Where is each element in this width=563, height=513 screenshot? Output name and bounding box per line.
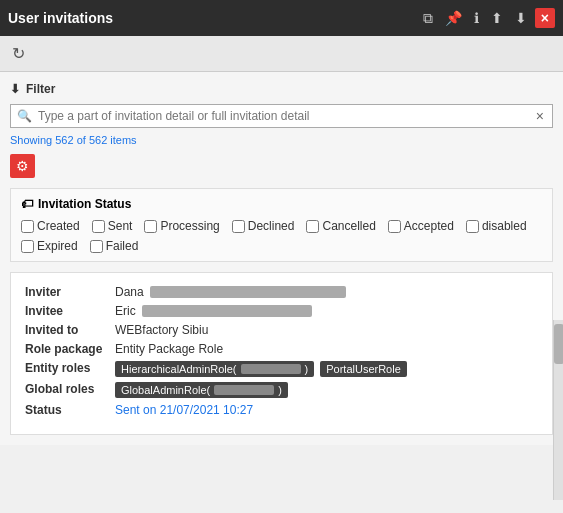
title-bar: User invitations ⧉ 📌 ℹ ⬆ ⬇ ×	[0, 0, 563, 36]
page-title: User invitations	[8, 10, 113, 26]
global-role-badge-1: GlobalAdminRole()	[115, 382, 288, 398]
entity-roles-label: Entity roles	[25, 361, 115, 375]
invited-to-row: Invited to WEBfactory Sibiu	[25, 323, 538, 337]
invitee-email-blurred: xxxxxx.xxxx.xxxxxxxx@gmail.com	[142, 305, 312, 317]
invitee-label: Invitee	[25, 304, 115, 318]
invitation-card: Inviter Dana dana.marina.ionescu@webfact…	[10, 272, 553, 435]
status-created[interactable]: Created	[21, 219, 80, 233]
main-content: ⬇ Filter 🔍 × Showing 562 of 562 items ⚙ …	[0, 72, 563, 445]
status-failed-checkbox[interactable]	[90, 240, 103, 253]
scroll-bar[interactable]	[553, 320, 563, 500]
filter-header: ⬇ Filter	[10, 82, 553, 96]
entity-role-badge-2: PortalUserRole	[320, 361, 407, 377]
filter-icon: ⬇	[10, 82, 20, 96]
clear-search-button[interactable]: ×	[534, 108, 546, 124]
showing-label: Showing 562 of 562 items	[10, 134, 553, 146]
status-processing[interactable]: Processing	[144, 219, 219, 233]
status-failed[interactable]: Failed	[90, 239, 139, 253]
invitee-row: Invitee Eric xxxxxx.xxxx.xxxxxxxx@gmail.…	[25, 304, 538, 318]
inviter-label: Inviter	[25, 285, 115, 299]
inviter-row: Inviter Dana dana.marina.ionescu@webfact…	[25, 285, 538, 299]
title-bar-icons: ⧉ 📌 ℹ ⬆ ⬇ ×	[419, 8, 555, 29]
search-input[interactable]	[38, 109, 534, 123]
global-roles-row: Global roles GlobalAdminRole()	[25, 382, 538, 398]
inviter-value: Dana dana.marina.ionescu@webfactory.ai.d…	[115, 285, 538, 299]
status-declined[interactable]: Declined	[232, 219, 295, 233]
invitation-status-title: 🏷 Invitation Status	[21, 197, 542, 211]
invitation-status-section: 🏷 Invitation Status Created Sent Process…	[10, 188, 553, 262]
gear-settings-button[interactable]: ⚙	[10, 154, 35, 178]
entity-role-blurred-1	[241, 364, 301, 374]
global-roles-label: Global roles	[25, 382, 115, 396]
import-icon[interactable]: ⬇	[511, 8, 531, 28]
search-icon: 🔍	[17, 109, 32, 123]
scroll-thumb[interactable]	[554, 324, 563, 364]
status-value: Sent on 21/07/2021 10:27	[115, 403, 538, 417]
status-sent-checkbox[interactable]	[92, 220, 105, 233]
export-icon[interactable]: ⬆	[487, 8, 507, 28]
global-role-blurred-1	[214, 385, 274, 395]
invitee-name: Eric	[115, 304, 136, 318]
status-checkbox-group: Created Sent Processing Declined Cancell…	[21, 219, 542, 253]
role-package-row: Role package Entity Package Role	[25, 342, 538, 356]
status-declined-checkbox[interactable]	[232, 220, 245, 233]
pin-icon[interactable]: 📌	[441, 8, 466, 28]
status-created-checkbox[interactable]	[21, 220, 34, 233]
external-link-icon[interactable]: ⧉	[419, 8, 437, 29]
status-accepted-checkbox[interactable]	[388, 220, 401, 233]
inviter-name: Dana	[115, 285, 144, 299]
title-bar-left: User invitations	[8, 10, 113, 26]
role-package-label: Role package	[25, 342, 115, 356]
invitation-status-label: Invitation Status	[38, 197, 131, 211]
status-link[interactable]: Sent on 21/07/2021 10:27	[115, 403, 253, 417]
status-sent[interactable]: Sent	[92, 219, 133, 233]
status-processing-checkbox[interactable]	[144, 220, 157, 233]
inviter-email-blurred: dana.marina.ionescu@webfactory.ai.de	[150, 286, 347, 298]
global-roles-value: GlobalAdminRole()	[115, 382, 538, 398]
filter-label: Filter	[26, 82, 55, 96]
status-cancelled-checkbox[interactable]	[306, 220, 319, 233]
invited-to-label: Invited to	[25, 323, 115, 337]
close-button[interactable]: ×	[535, 8, 555, 28]
entity-roles-value: HierarchicalAdminRole() PortalUserRole	[115, 361, 538, 377]
info-icon[interactable]: ℹ	[470, 8, 483, 28]
entity-role-badge-1: HierarchicalAdminRole()	[115, 361, 314, 377]
status-disabled[interactable]: disabled	[466, 219, 527, 233]
status-disabled-checkbox[interactable]	[466, 220, 479, 233]
status-expired-checkbox[interactable]	[21, 240, 34, 253]
invited-to-value: WEBfactory Sibiu	[115, 323, 538, 337]
tag-icon: 🏷	[21, 197, 33, 211]
role-package-value: Entity Package Role	[115, 342, 538, 356]
search-row: 🔍 ×	[10, 104, 553, 128]
invitee-value: Eric xxxxxx.xxxx.xxxxxxxx@gmail.com	[115, 304, 538, 318]
status-label: Status	[25, 403, 115, 417]
status-expired[interactable]: Expired	[21, 239, 78, 253]
status-row: Status Sent on 21/07/2021 10:27	[25, 403, 538, 417]
refresh-button[interactable]: ↻	[8, 42, 29, 65]
status-cancelled[interactable]: Cancelled	[306, 219, 375, 233]
status-accepted[interactable]: Accepted	[388, 219, 454, 233]
toolbar: ↻	[0, 36, 563, 72]
entity-roles-row: Entity roles HierarchicalAdminRole() Por…	[25, 361, 538, 377]
